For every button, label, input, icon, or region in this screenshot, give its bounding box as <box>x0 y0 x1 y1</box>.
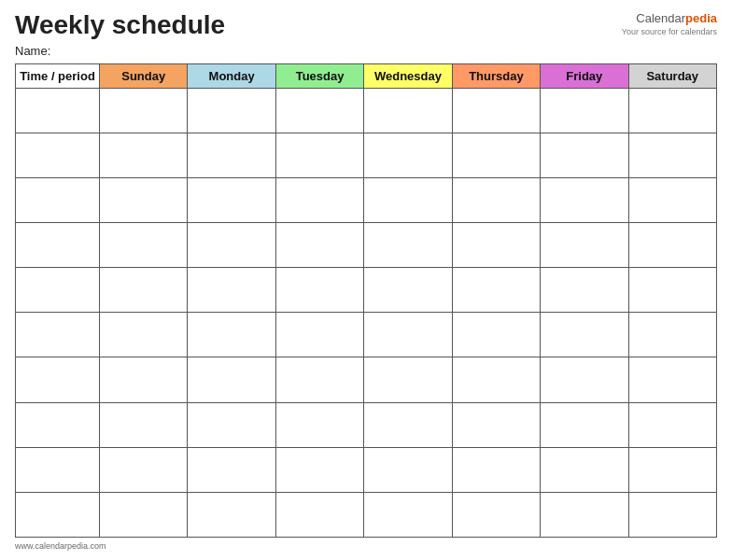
name-label: Name: <box>15 44 50 58</box>
schedule-cell[interactable] <box>188 313 275 357</box>
time-cell[interactable] <box>16 88 100 133</box>
brand-name: Calendarpedia <box>622 11 717 27</box>
schedule-cell[interactable] <box>628 223 716 268</box>
time-cell[interactable] <box>16 357 100 402</box>
schedule-cell[interactable] <box>628 402 716 447</box>
schedule-cell[interactable] <box>275 178 363 223</box>
footer: www.calendarpedia.com <box>15 541 717 551</box>
schedule-cell[interactable] <box>541 268 628 313</box>
th-wednesday: Wednesday <box>364 63 452 88</box>
brand: Calendarpedia Your source for calendars <box>622 11 717 38</box>
th-sunday: Sunday <box>100 63 188 88</box>
schedule-cell[interactable] <box>628 313 716 357</box>
schedule-cell[interactable] <box>275 88 363 133</box>
schedule-cell[interactable] <box>541 223 628 268</box>
schedule-cell[interactable] <box>541 313 628 357</box>
schedule-cell[interactable] <box>275 447 363 492</box>
schedule-cell[interactable] <box>541 402 628 447</box>
schedule-cell[interactable] <box>364 313 452 357</box>
th-tuesday: Tuesday <box>275 63 363 88</box>
schedule-cell[interactable] <box>541 178 628 223</box>
brand-pedia: pedia <box>685 11 717 25</box>
schedule-cell[interactable] <box>100 402 188 447</box>
schedule-cell[interactable] <box>364 402 452 447</box>
time-cell[interactable] <box>16 313 100 357</box>
schedule-cell[interactable] <box>275 402 363 447</box>
schedule-cell[interactable] <box>364 447 452 492</box>
brand-calendar: Calendar <box>636 11 685 25</box>
schedule-cell[interactable] <box>275 313 363 357</box>
schedule-cell[interactable] <box>100 357 188 402</box>
schedule-cell[interactable] <box>364 492 452 537</box>
schedule-cell[interactable] <box>188 178 275 223</box>
schedule-cell[interactable] <box>452 492 540 537</box>
time-cell[interactable] <box>16 178 100 223</box>
schedule-cell[interactable] <box>100 447 188 492</box>
schedule-cell[interactable] <box>100 88 188 133</box>
schedule-cell[interactable] <box>100 223 188 268</box>
th-friday: Friday <box>541 63 628 88</box>
schedule-cell[interactable] <box>628 492 716 537</box>
th-saturday: Saturday <box>628 63 716 88</box>
schedule-cell[interactable] <box>628 88 716 133</box>
schedule-cell[interactable] <box>364 133 452 177</box>
schedule-cell[interactable] <box>100 268 188 313</box>
schedule-cell[interactable] <box>541 357 628 402</box>
schedule-cell[interactable] <box>452 223 540 268</box>
schedule-cell[interactable] <box>628 447 716 492</box>
schedule-cell[interactable] <box>275 223 363 268</box>
schedule-cell[interactable] <box>364 178 452 223</box>
schedule-cell[interactable] <box>100 178 188 223</box>
schedule-cell[interactable] <box>628 268 716 313</box>
schedule-cell[interactable] <box>188 402 275 447</box>
schedule-cell[interactable] <box>628 178 716 223</box>
schedule-cell[interactable] <box>188 268 275 313</box>
schedule-cell[interactable] <box>452 313 540 357</box>
schedule-cell[interactable] <box>188 88 275 133</box>
schedule-cell[interactable] <box>364 357 452 402</box>
schedule-cell[interactable] <box>188 133 275 177</box>
schedule-cell[interactable] <box>100 133 188 177</box>
schedule-cell[interactable] <box>188 492 275 537</box>
schedule-cell[interactable] <box>452 178 540 223</box>
name-row: Name: <box>15 44 717 58</box>
schedule-cell[interactable] <box>364 88 452 133</box>
schedule-cell[interactable] <box>364 223 452 268</box>
time-cell[interactable] <box>16 447 100 492</box>
schedule-cell[interactable] <box>188 447 275 492</box>
th-monday: Monday <box>188 63 275 88</box>
time-cell[interactable] <box>16 223 100 268</box>
time-cell[interactable] <box>16 492 100 537</box>
schedule-cell[interactable] <box>628 357 716 402</box>
th-time-period: Time / period <box>16 63 100 88</box>
time-cell[interactable] <box>16 268 100 313</box>
schedule-cell[interactable] <box>541 88 628 133</box>
schedule-cell[interactable] <box>188 357 275 402</box>
time-cell[interactable] <box>16 133 100 177</box>
schedule-cell[interactable] <box>628 133 716 177</box>
th-thursday: Thursday <box>452 63 540 88</box>
schedule-cell[interactable] <box>452 357 540 402</box>
schedule-cell[interactable] <box>364 268 452 313</box>
schedule-cell[interactable] <box>541 447 628 492</box>
schedule-cell[interactable] <box>100 313 188 357</box>
time-cell[interactable] <box>16 402 100 447</box>
page-title: Weekly schedule <box>15 11 225 40</box>
schedule-cell[interactable] <box>541 492 628 537</box>
schedule-cell[interactable] <box>541 133 628 177</box>
schedule-cell[interactable] <box>452 133 540 177</box>
schedule-cell[interactable] <box>452 268 540 313</box>
header-row: Weekly schedule Calendarpedia Your sourc… <box>15 11 717 40</box>
brand-tagline: Your source for calendars <box>622 27 717 38</box>
schedule-cell[interactable] <box>275 357 363 402</box>
schedule-cell[interactable] <box>275 268 363 313</box>
schedule-cell[interactable] <box>275 133 363 177</box>
schedule-cell[interactable] <box>452 88 540 133</box>
schedule-cell[interactable] <box>452 447 540 492</box>
schedule-cell[interactable] <box>452 402 540 447</box>
schedule-table: Time / period Sunday Monday Tuesday Wedn… <box>15 63 717 538</box>
schedule-cell[interactable] <box>100 492 188 537</box>
page: Weekly schedule Calendarpedia Your sourc… <box>0 0 732 560</box>
schedule-cell[interactable] <box>188 223 275 268</box>
schedule-cell[interactable] <box>275 492 363 537</box>
